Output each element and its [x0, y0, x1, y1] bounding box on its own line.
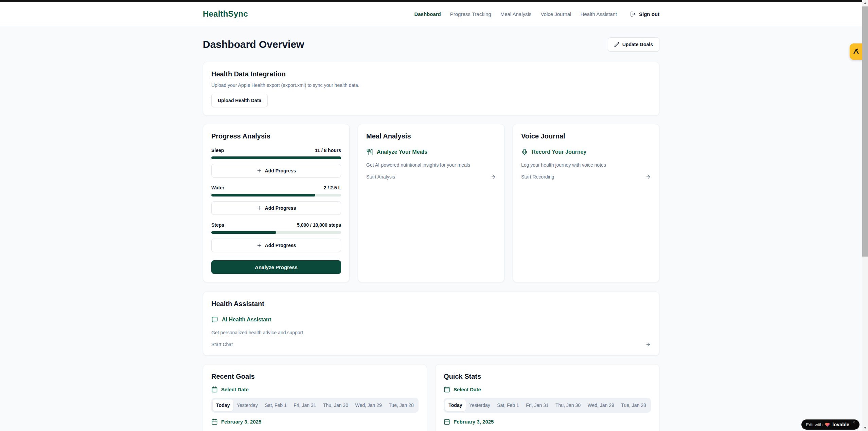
lambda-mark-icon — [852, 48, 860, 55]
scrollbar-thumb[interactable] — [862, 6, 868, 257]
date-tab-yesterday[interactable]: Yesterday — [233, 399, 261, 411]
progress-analysis-title: Progress Analysis — [211, 132, 341, 140]
date-tab-yesterday[interactable]: Yesterday — [466, 399, 494, 411]
lovable-heart-icon — [825, 422, 830, 427]
lovable-brand-label: lovable — [832, 422, 849, 427]
extension-fab-button[interactable] — [850, 43, 862, 60]
nav-voice-journal[interactable]: Voice Journal — [541, 11, 571, 17]
recent-goals-current-date[interactable]: February 3, 2025 — [211, 418, 419, 425]
calendar-icon — [444, 386, 450, 393]
record-your-journey-link[interactable]: Record Your Journey — [521, 149, 651, 155]
date-tab-tue-jan-28[interactable]: Tue, Jan 28 — [385, 399, 417, 411]
health-assistant-card: Health Assistant AI Health Assistant Get… — [203, 292, 659, 356]
steps-metric: Steps 5,000 / 10,000 steps Add Progress — [211, 222, 341, 252]
nav-dashboard[interactable]: Dashboard — [414, 11, 441, 17]
health-data-integration-card: Health Data Integration Upload your Appl… — [203, 62, 659, 116]
arrow-right-icon — [491, 174, 496, 180]
current-date-label: February 3, 2025 — [454, 419, 494, 425]
date-tab-today[interactable]: Today — [213, 399, 233, 411]
update-goals-button[interactable]: Update Goals — [608, 37, 659, 52]
update-goals-label: Update Goals — [622, 42, 653, 47]
date-tab-fri-jan-31[interactable]: Fri, Jan 31 — [290, 399, 320, 411]
edit-with-lovable-badge[interactable]: Edit with lovable × — [801, 419, 860, 430]
date-tab-today[interactable]: Today — [445, 399, 466, 411]
start-analysis-row[interactable]: Start Analysis — [366, 174, 496, 180]
nav-health-assistant[interactable]: Health Assistant — [580, 11, 617, 17]
date-tab-tue-jan-28[interactable]: Tue, Jan 28 — [618, 399, 650, 411]
quick-stats-current-date[interactable]: February 3, 2025 — [444, 418, 651, 425]
log-out-icon — [630, 11, 636, 17]
date-tab-thu-jan-30[interactable]: Thu, Jan 30 — [320, 399, 352, 411]
start-analysis-label: Start Analysis — [366, 174, 395, 180]
recent-goals-card: Recent Goals Select Date Today Yesterday… — [203, 364, 427, 431]
water-add-progress-button[interactable]: Add Progress — [211, 201, 341, 215]
ai-health-assistant-label: AI Health Assistant — [222, 317, 271, 323]
voice-description: Log your health journey with voice notes — [521, 162, 651, 168]
start-chat-label: Start Chat — [211, 342, 233, 347]
plus-icon — [256, 205, 262, 211]
quick-stats-select-date[interactable]: Select Date — [444, 386, 651, 393]
vertical-scrollbar[interactable] — [862, 0, 868, 431]
nav-progress-tracking[interactable]: Progress Tracking — [450, 11, 491, 17]
steps-label: Steps — [211, 222, 224, 228]
health-data-title: Health Data Integration — [211, 70, 651, 78]
calendar-icon — [211, 386, 218, 393]
badge-close-icon[interactable]: × — [853, 420, 855, 425]
sign-out-label: Sign out — [639, 11, 659, 17]
utensils-icon — [366, 149, 373, 155]
date-tab-wed-jan-29[interactable]: Wed, Jan 29 — [584, 399, 618, 411]
steps-value: 5,000 / 10,000 steps — [297, 222, 341, 228]
start-chat-row[interactable]: Start Chat — [211, 342, 651, 347]
analyze-your-meals-link[interactable]: Analyze Your Meals — [366, 149, 496, 155]
upload-health-data-button[interactable]: Upload Health Data — [211, 94, 268, 107]
sleep-metric: Sleep 11 / 8 hours Add Progress — [211, 148, 341, 177]
date-tab-thu-jan-30[interactable]: Thu, Jan 30 — [552, 399, 584, 411]
quick-stats-card: Quick Stats Select Date Today Yesterday … — [435, 364, 659, 431]
date-tab-fri-jan-31[interactable]: Fri, Jan 31 — [522, 399, 552, 411]
ai-health-assistant-link[interactable]: AI Health Assistant — [211, 316, 651, 323]
meal-analysis-title: Meal Analysis — [366, 132, 496, 140]
recent-goals-date-tabs: Today Yesterday Sat, Feb 1 Fri, Jan 31 T… — [211, 398, 419, 413]
add-progress-label: Add Progress — [265, 168, 296, 173]
calendar-icon — [211, 418, 218, 425]
microphone-icon — [521, 149, 528, 155]
date-tab-sat-feb-1[interactable]: Sat, Feb 1 — [494, 399, 522, 411]
health-data-description: Upload your Apple Health export (export.… — [211, 82, 651, 88]
sign-out-button[interactable]: Sign out — [630, 11, 659, 17]
start-recording-row[interactable]: Start Recording — [521, 174, 651, 180]
add-progress-label: Add Progress — [265, 205, 296, 211]
app-logo[interactable]: HealthSync — [203, 9, 248, 19]
progress-analysis-card: Progress Analysis Sleep 11 / 8 hours Add… — [203, 124, 350, 282]
pencil-icon — [614, 42, 619, 47]
assistant-description: Get personalized health advice and suppo… — [211, 330, 651, 335]
current-date-label: February 3, 2025 — [221, 419, 261, 425]
recent-goals-select-date[interactable]: Select Date — [211, 386, 419, 393]
water-progress-bar — [211, 194, 341, 196]
select-date-label: Select Date — [221, 387, 249, 392]
date-tab-sat-feb-1[interactable]: Sat, Feb 1 — [261, 399, 290, 411]
voice-journal-card: Voice Journal Record Your Journey Log yo… — [513, 124, 659, 282]
scroll-up-arrow-icon[interactable] — [862, 0, 868, 6]
steps-add-progress-button[interactable]: Add Progress — [211, 239, 341, 252]
water-progress-fill — [211, 194, 315, 196]
scroll-down-arrow-icon[interactable] — [862, 425, 868, 431]
sleep-value: 11 / 8 hours — [315, 148, 341, 153]
nav-meal-analysis[interactable]: Meal Analysis — [500, 11, 532, 17]
water-metric: Water 2 / 2.5 L Add Progress — [211, 185, 341, 215]
arrow-right-icon — [645, 342, 651, 347]
record-your-journey-label: Record Your Journey — [532, 149, 586, 155]
start-recording-label: Start Recording — [521, 174, 554, 180]
select-date-label: Select Date — [454, 387, 481, 392]
arrow-right-icon — [645, 174, 651, 180]
steps-progress-bar — [211, 231, 341, 234]
app-header: HealthSync Dashboard Progress Tracking M… — [0, 2, 862, 26]
meal-analysis-card: Meal Analysis Analyze Your Meals Get AI-… — [358, 124, 504, 282]
date-tab-wed-jan-29[interactable]: Wed, Jan 29 — [352, 399, 385, 411]
analyze-your-meals-label: Analyze Your Meals — [377, 149, 427, 155]
sleep-progress-bar — [211, 156, 341, 159]
water-value: 2 / 2.5 L — [324, 185, 341, 190]
calendar-icon — [444, 418, 450, 425]
sleep-add-progress-button[interactable]: Add Progress — [211, 164, 341, 177]
analyze-progress-button[interactable]: Analyze Progress — [211, 260, 341, 274]
health-assistant-title: Health Assistant — [211, 300, 651, 308]
